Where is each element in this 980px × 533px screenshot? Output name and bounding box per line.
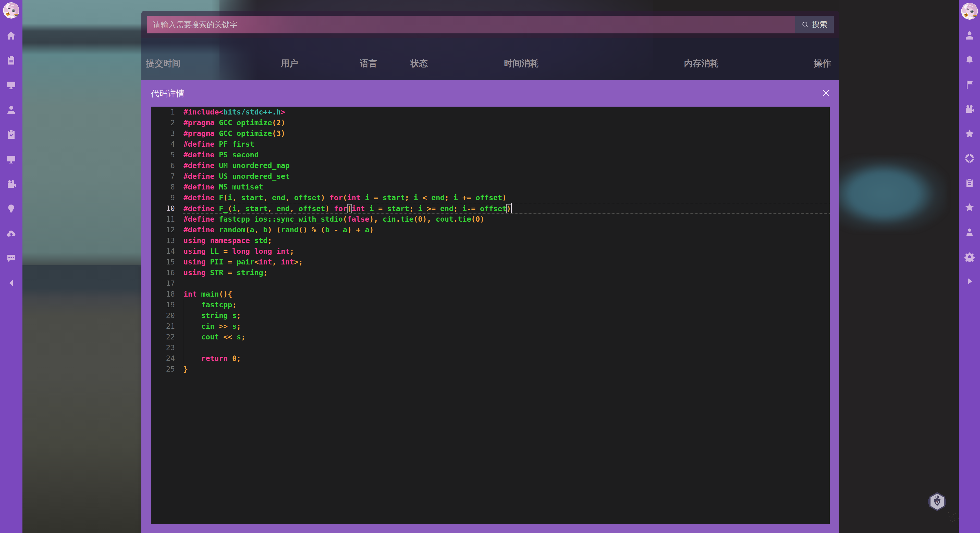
code-line-18: int main(){	[151, 289, 830, 300]
code-line-24: return 0;	[151, 353, 830, 364]
column-header-2: 用户	[281, 59, 298, 68]
code-line-3: #pragma GCC optimize(3)	[151, 128, 830, 139]
code-line-17	[151, 278, 830, 289]
code-line-7: #define US unordered_set	[151, 171, 830, 182]
code-detail-modal: 代码详情 1#include<bits/stdc++.h>2#pragma GC…	[142, 80, 839, 533]
code-line-14: using LL = long long int;	[151, 246, 830, 257]
target-icon[interactable]	[964, 153, 975, 164]
code-line-16: using STR = string;	[151, 267, 830, 278]
clipboard-icon[interactable]	[6, 55, 17, 66]
code-line-19: fastcpp;	[151, 300, 830, 310]
code-line-23	[151, 342, 830, 353]
bell-icon[interactable]	[964, 54, 975, 65]
column-header-7: 操作	[814, 59, 831, 68]
background-teal-blob	[835, 157, 947, 231]
code-line-10: #define F_(i, start, end, offset) for(in…	[151, 203, 830, 214]
search-button-label: 搜索	[812, 19, 827, 30]
person-icon[interactable]	[964, 227, 975, 238]
code-line-15: using PII = pair<int, int>;	[151, 257, 830, 267]
svg-text:$: $	[936, 501, 938, 504]
code-line-22: cout << s;	[151, 332, 830, 342]
gear-icon[interactable]	[964, 251, 975, 262]
user-avatar[interactable]	[961, 3, 978, 20]
code-editor[interactable]: 1#include<bits/stdc++.h>2#pragma GCC opt…	[151, 106, 830, 524]
text-cursor	[511, 203, 512, 213]
user-icon[interactable]	[6, 104, 17, 116]
column-header-1: 提交时间	[146, 59, 181, 68]
play-icon[interactable]	[964, 276, 975, 287]
code-line-12: #define random(a, b) (rand() % (b - a) +…	[151, 224, 830, 235]
code-line-21: cin >> s;	[151, 321, 830, 332]
code-line-6: #define UM unordered_map	[151, 160, 830, 171]
column-header-5: 时间消耗	[504, 59, 539, 68]
background-olive-zone	[0, 265, 163, 533]
search-panel: 搜索	[142, 11, 839, 38]
video-camera-icon[interactable]	[964, 103, 975, 115]
online-judge-page: $ 搜索 提交时间用户语言状态时间消耗内存消耗操作 代码详情 1#inclu	[0, 0, 980, 533]
bulb-icon[interactable]	[6, 203, 17, 214]
modal-title: 代码详情	[151, 89, 185, 98]
home-icon[interactable]	[6, 30, 17, 41]
flag-icon[interactable]	[964, 79, 975, 90]
code-line-2: #pragma GCC optimize(2)	[151, 117, 830, 128]
clipboard-check-icon[interactable]	[6, 129, 17, 140]
close-icon[interactable]	[821, 88, 831, 98]
code-line-25: }	[151, 364, 830, 374]
search-input[interactable]	[147, 16, 795, 33]
submission-table-header: 提交时间用户语言状态时间消耗内存消耗操作	[142, 38, 839, 80]
star-icon[interactable]	[964, 128, 975, 140]
search-icon	[802, 21, 809, 28]
left-sidebar	[0, 0, 22, 533]
column-header-4: 状态	[410, 59, 428, 68]
code-line-5: #define PS second	[151, 149, 830, 160]
code-line-13: using namespace std;	[151, 235, 830, 246]
code-line-11: #define fastcpp ios::sync_with_stdio(fal…	[151, 214, 830, 224]
indent-guide	[184, 300, 184, 364]
column-header-3: 语言	[360, 59, 377, 68]
code-line-8: #define MS mutiset	[151, 182, 830, 192]
video-camera-icon[interactable]	[6, 179, 17, 190]
monitor-icon[interactable]	[6, 154, 17, 165]
code-line-4: #define PF first	[151, 139, 830, 149]
chat-dots-icon[interactable]	[6, 253, 17, 264]
star-icon[interactable]	[964, 202, 975, 213]
code-line-9: #define F(i, start, end, offset) for(int…	[151, 192, 830, 203]
code-line-1: #include<bits/stdc++.h>	[151, 106, 830, 117]
right-sidebar	[959, 0, 980, 533]
monitor-icon[interactable]	[6, 79, 17, 91]
collapse-left-icon[interactable]	[6, 278, 17, 289]
code-line-20: string s;	[151, 310, 830, 321]
user-avatar[interactable]	[3, 2, 19, 19]
cloud-upload-icon[interactable]	[6, 228, 17, 239]
column-header-6: 内存消耗	[684, 59, 719, 68]
clipboard-icon[interactable]	[964, 177, 975, 189]
user-icon[interactable]	[964, 30, 975, 41]
search-button[interactable]: 搜索	[795, 16, 834, 33]
